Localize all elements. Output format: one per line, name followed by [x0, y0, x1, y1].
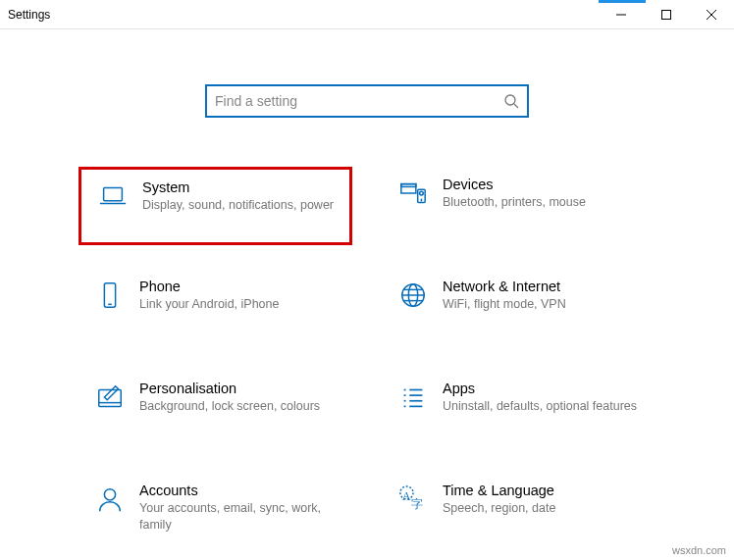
svg-rect-13 [104, 283, 115, 307]
tile-desc: Your accounts, email, sync, work, family [139, 500, 344, 534]
language-icon: A 字 [398, 484, 428, 514]
tile-personalisation[interactable]: Personalisation Background, lock screen,… [79, 371, 352, 449]
tile-title: System [142, 179, 341, 195]
window-title: Settings [8, 8, 50, 22]
settings-grid: System Display, sound, notifications, po… [79, 167, 655, 551]
svg-rect-1 [662, 10, 671, 19]
person-icon [95, 484, 125, 514]
tile-devices[interactable]: Devices Bluetooth, printers, mouse [382, 167, 655, 245]
laptop-icon [98, 181, 128, 211]
list-icon [398, 382, 428, 412]
tile-apps[interactable]: Apps Uninstall, defaults, optional featu… [382, 371, 655, 449]
minimize-button[interactable] [599, 0, 644, 29]
search-box[interactable] [205, 84, 529, 118]
tile-time-language[interactable]: A 字 Time & Language Speech, region, date [382, 473, 655, 551]
maximize-button[interactable] [644, 0, 689, 29]
tile-title: Devices [443, 177, 648, 192]
svg-text:A: A [402, 489, 411, 503]
svg-line-5 [514, 104, 518, 108]
tile-desc: WiFi, flight mode, VPN [443, 296, 648, 313]
svg-text:字: 字 [411, 497, 423, 511]
paint-icon [95, 382, 125, 412]
tile-desc: Bluetooth, printers, mouse [443, 194, 648, 211]
search-input[interactable] [215, 93, 503, 109]
watermark: wsxdn.com [670, 544, 728, 556]
phone-icon [95, 280, 125, 310]
globe-icon [398, 280, 428, 310]
tile-desc: Link your Android, iPhone [139, 296, 344, 313]
svg-point-11 [420, 191, 424, 195]
titlebar: Settings [0, 0, 734, 29]
close-button[interactable] [689, 0, 734, 29]
devices-icon [398, 178, 428, 208]
tile-desc: Display, sound, notifications, power [142, 197, 341, 214]
svg-rect-9 [401, 184, 416, 187]
svg-point-30 [104, 489, 115, 500]
svg-rect-8 [401, 184, 416, 193]
svg-rect-6 [104, 188, 123, 201]
tile-accounts[interactable]: Accounts Your accounts, email, sync, wor… [79, 473, 352, 551]
tile-title: Accounts [139, 483, 344, 498]
tile-desc: Speech, region, date [443, 500, 648, 517]
tile-desc: Uninstall, defaults, optional features [443, 398, 648, 415]
tile-system[interactable]: System Display, sound, notifications, po… [79, 167, 352, 245]
accent-bar [599, 0, 646, 3]
tile-title: Phone [139, 279, 344, 294]
tile-network[interactable]: Network & Internet WiFi, flight mode, VP… [382, 269, 655, 347]
tile-title: Network & Internet [443, 279, 648, 294]
tile-title: Personalisation [139, 381, 344, 396]
search-icon [503, 93, 519, 109]
search-container [0, 84, 734, 118]
tile-desc: Background, lock screen, colours [139, 398, 344, 415]
tile-phone[interactable]: Phone Link your Android, iPhone [79, 269, 352, 347]
tile-title: Time & Language [443, 483, 648, 498]
svg-point-4 [505, 95, 515, 105]
tile-title: Apps [443, 381, 648, 396]
